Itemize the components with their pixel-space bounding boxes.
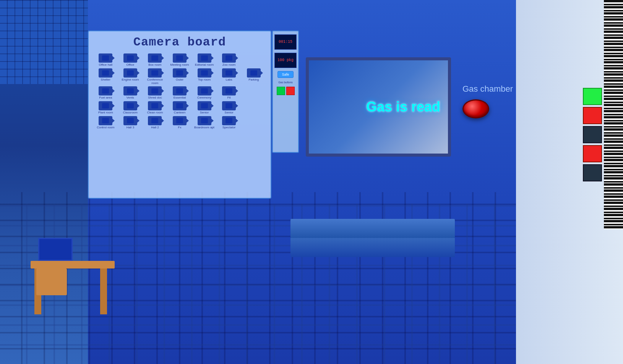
camera-icon	[123, 101, 137, 110]
safe-button[interactable]: Safe	[277, 71, 294, 78]
camera-label: Senior	[200, 111, 209, 115]
camera-label: Office hall	[99, 63, 112, 67]
camera-label: Fx	[178, 126, 182, 129]
camera-cell-28[interactable]: Hall 2	[143, 116, 167, 129]
camera-icon	[148, 116, 162, 125]
camera-cell-empty1	[242, 53, 265, 67]
gas-chamber-label: Gas chamber	[462, 84, 513, 94]
camera-label: Fuel area	[99, 96, 112, 100]
camera-cell-empty2	[242, 86, 265, 100]
gas-chamber-activate-button[interactable]	[462, 99, 489, 118]
camera-board-title: Camera board	[89, 31, 271, 51]
camera-icon	[99, 53, 112, 63]
camera-cell-25[interactable]: Senior	[217, 101, 241, 115]
camera-label: Fit	[227, 96, 231, 100]
camera-icon	[222, 53, 236, 63]
right-wall-panel	[516, 0, 623, 364]
camera-cell-21[interactable]: Classroom	[119, 101, 142, 115]
camera-label: Engine room	[122, 78, 139, 82]
camera-cell-17[interactable]: Essential	[168, 86, 191, 100]
color-buttons	[277, 87, 295, 95]
camera-cell-13[interactable]: Parking	[242, 68, 265, 85]
camera-label: Hall 2	[151, 126, 159, 129]
panel-button-dark-2[interactable]	[583, 164, 602, 181]
camera-cell-5[interactable]: Editorial room	[193, 53, 216, 67]
camera-cell-7[interactable]: Shelter	[94, 68, 117, 85]
camera-icon	[198, 101, 211, 110]
camera-cell-empty3	[242, 101, 265, 115]
camera-cell-20[interactable]: Plant room	[94, 101, 117, 115]
camera-icon	[99, 116, 112, 125]
camera-cell-29[interactable]: Fx	[168, 116, 191, 129]
camera-label: Classroom	[123, 111, 138, 115]
camera-label: Senior	[225, 111, 234, 115]
camera-icon	[99, 68, 112, 78]
gas-green-button[interactable]	[277, 87, 285, 95]
camera-label: Office	[126, 63, 134, 67]
camera-cell-31[interactable]: Spectator	[217, 116, 241, 129]
gas-monitor-screen: Gas is read	[309, 60, 448, 154]
camera-icon	[123, 68, 137, 78]
side-panel: 001:15 100 pkg Safe Gas buttons	[272, 31, 299, 153]
gas-red-button[interactable]	[286, 87, 295, 95]
camera-icon	[99, 101, 112, 110]
camera-grid: Office hall Office Box room Meeting room…	[89, 51, 271, 132]
camera-cell-2[interactable]: Office	[119, 53, 142, 67]
camera-label: Hall 3	[127, 126, 134, 129]
camera-icon	[198, 53, 211, 63]
camera-icon	[123, 116, 137, 125]
camera-cell-15[interactable]: Vents	[119, 86, 142, 100]
camera-label: Meeting room	[170, 63, 189, 67]
camera-icon	[173, 101, 187, 110]
camera-icon	[123, 53, 137, 63]
camera-cell-10[interactable]: Outer	[168, 68, 191, 85]
camera-label: Labs	[226, 78, 232, 82]
camera-cell-6[interactable]: Zoo room	[217, 53, 241, 67]
bench-top	[290, 219, 455, 238]
panel-button-green-1[interactable]	[583, 88, 602, 105]
camera-icon	[173, 86, 187, 95]
camera-icon	[148, 86, 162, 95]
camera-label: Boardroom apt	[194, 126, 214, 129]
camera-cell-9[interactable]: Conference room	[143, 68, 167, 85]
desk-surface	[31, 261, 115, 269]
camera-cell-18[interactable]: Ceremony	[193, 86, 216, 100]
camera-label: Vents	[127, 96, 134, 100]
camera-board: Camera board Office hall Office Box room…	[88, 31, 271, 199]
camera-cell-19[interactable]: Fit	[217, 86, 241, 100]
qr-stripe-decoration	[604, 0, 623, 229]
camera-icon	[173, 116, 187, 125]
camera-label: Top room	[198, 78, 211, 82]
camera-cell-26[interactable]: Control room	[94, 116, 117, 129]
camera-cell-11[interactable]: Top room	[193, 68, 216, 85]
camera-cell-1[interactable]: Office hall	[94, 53, 117, 67]
camera-cell-8[interactable]: Engine room	[119, 68, 142, 85]
camera-label: Control room	[97, 126, 114, 129]
bench-base	[290, 238, 455, 257]
camera-icon	[148, 68, 162, 78]
camera-cell-14[interactable]: Fuel area	[94, 86, 117, 100]
camera-cell-27[interactable]: Hall 3	[119, 116, 142, 129]
camera-label: Parking	[248, 78, 259, 82]
camera-cell-3[interactable]: Box room	[143, 53, 167, 67]
camera-label: Outer	[176, 78, 183, 82]
camera-icon	[123, 86, 137, 95]
panel-button-red-1[interactable]	[583, 107, 602, 124]
camera-cell-23[interactable]: Canteen	[168, 101, 191, 115]
panel-button-dark-1[interactable]	[583, 126, 602, 143]
camera-icon	[247, 68, 261, 78]
camera-cell-22[interactable]: Clean room	[143, 101, 167, 115]
camera-label: Plant room	[98, 111, 113, 115]
camera-cell-24[interactable]: Senior	[193, 101, 216, 115]
camera-cell-4[interactable]: Meeting room	[168, 53, 191, 67]
camera-label: Essential	[174, 96, 186, 100]
camera-icon	[99, 86, 112, 95]
gas-monitor: Gas is read	[306, 57, 451, 157]
panel-button-red-2[interactable]	[583, 145, 602, 162]
camera-cell-12[interactable]: Labs	[217, 68, 241, 85]
camera-cell-16[interactable]: Shred doc	[143, 86, 167, 100]
gas-status-text: Gas is read	[366, 99, 440, 115]
desk-leg-right	[100, 269, 107, 314]
camera-cell-30[interactable]: Boardroom apt	[193, 116, 216, 129]
camera-label: Shelter	[101, 78, 110, 82]
